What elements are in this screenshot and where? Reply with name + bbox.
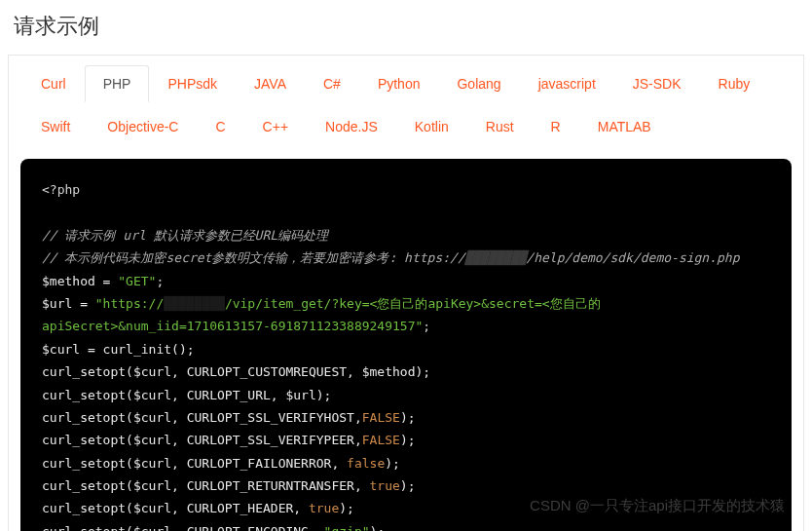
code-curl-init: $curl = curl_init(); [42, 338, 770, 360]
tabs-row: CurlPHPPHPsdkJAVAC#PythonGolangjavascrip… [9, 56, 803, 151]
code-l5c: ); [385, 456, 400, 471]
page-title: 请求示例 [0, 0, 812, 55]
code-block: <?php // 请求示例 url 默认请求参数已经URL编码处理 // 本示例… [20, 159, 792, 531]
code-l7a: curl_setopt($curl, CURLOPT_HEADER, [42, 501, 309, 515]
code-url: $url = [42, 296, 95, 311]
code-l1: curl_setopt($curl, CURLOPT_CUSTOMREQUEST… [42, 360, 770, 383]
code-l6b: true [370, 478, 400, 493]
semi: ; [156, 274, 164, 288]
code-l8a: curl_setopt($curl, CURLOPT_ENCODING, [42, 524, 324, 531]
tab-golang[interactable]: Golang [438, 65, 519, 102]
code-method: $method = [42, 274, 118, 288]
tab-java[interactable]: JAVA [236, 65, 305, 102]
code-l4a: curl_setopt($curl, CURLOPT_SSL_VERIFYPEE… [42, 433, 362, 447]
tab-javascript[interactable]: javascript [520, 65, 614, 102]
code-l4c: ); [400, 433, 416, 447]
code-l5b: false [347, 456, 385, 471]
code-l2: curl_setopt($curl, CURLOPT_URL, $url); [42, 384, 770, 406]
tab-js-sdk[interactable]: JS-SDK [614, 65, 700, 102]
tab-kotlin[interactable]: Kotlin [396, 108, 467, 145]
tab-objective-c[interactable]: Objective-C [89, 108, 197, 145]
code-l3a: curl_setopt($curl, CURLOPT_SSL_VERIFYHOS… [42, 410, 362, 425]
tab-matlab[interactable]: MATLAB [579, 108, 670, 145]
code-comment-1: // 请求示例 url 默认请求参数已经URL编码处理 [42, 228, 328, 243]
code-l8b: "gzip" [324, 524, 370, 531]
tab-rust[interactable]: Rust [467, 108, 533, 145]
code-l3c: ); [400, 410, 416, 425]
tab-c-[interactable]: C++ [244, 108, 307, 145]
code-l3b: FALSE [362, 410, 400, 425]
code-comment-2: // 本示例代码未加密secret参数明文传输，若要加密请参考: https:/… [42, 247, 770, 269]
code-l4b: FALSE [362, 433, 400, 447]
tab-c-[interactable]: C# [305, 65, 359, 102]
code-method-val: "GET" [118, 274, 156, 288]
tab-node-js[interactable]: Node.JS [307, 108, 396, 145]
tabs-container: CurlPHPPHPsdkJAVAC#PythonGolangjavascrip… [8, 55, 804, 531]
semi2: ; [423, 319, 430, 333]
code-url-a: "https:// [95, 296, 164, 311]
tab-ruby[interactable]: Ruby [700, 65, 769, 102]
tab-php[interactable]: PHP [85, 65, 150, 102]
tab-c[interactable]: C [197, 108, 243, 145]
code-l8c: ); [370, 524, 386, 531]
code-l6c: ); [400, 478, 416, 493]
tab-curl[interactable]: Curl [22, 65, 85, 102]
code-l7b: true [309, 501, 339, 515]
code-l5a: curl_setopt($curl, CURLOPT_FAILONERROR, [42, 456, 347, 471]
tab-swift[interactable]: Swift [22, 108, 89, 145]
code-l6a: curl_setopt($curl, CURLOPT_RETURNTRANSFE… [42, 478, 370, 493]
php-open-tag: <?php [42, 182, 80, 197]
code-l7c: ); [339, 501, 354, 515]
tab-phpsdk[interactable]: PHPsdk [149, 65, 236, 102]
tab-python[interactable]: Python [359, 65, 439, 102]
tab-r[interactable]: R [533, 108, 579, 145]
